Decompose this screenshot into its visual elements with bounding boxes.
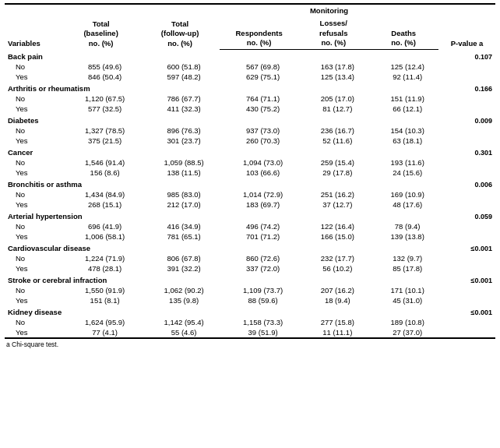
row-losses: 18 (9.4)	[298, 295, 368, 305]
row-pvalue	[438, 285, 495, 295]
row-losses: 205 (17.0)	[298, 93, 368, 104]
row-respondents: 430 (75.2)	[220, 104, 298, 114]
row-label: No	[5, 189, 62, 199]
group-pvalue: 0.107	[438, 50, 495, 62]
col-monitoring-header: Monitoring	[220, 4, 438, 17]
row-losses: 11 (11.1)	[298, 327, 368, 338]
group-name: Cancer	[5, 146, 438, 157]
row-total-baseline: 855 (49.6)	[62, 62, 140, 72]
row-total-followup: 301 (23.7)	[140, 136, 219, 146]
row-respondents: 183 (69.7)	[220, 199, 298, 210]
table-row: No 855 (49.6) 600 (51.8) 567 (69.8) 163 …	[5, 62, 495, 72]
row-deaths: 63 (18.1)	[368, 136, 438, 146]
row-pvalue	[438, 93, 495, 104]
row-label: No	[5, 221, 62, 231]
row-pvalue	[438, 72, 495, 82]
table-row: Yes 156 (8.6) 138 (11.5) 103 (66.6) 29 (…	[5, 168, 495, 178]
table-row: Yes 375 (21.5) 301 (23.7) 260 (70.3) 52 …	[5, 136, 495, 146]
row-losses: 163 (17.8)	[298, 62, 368, 72]
group-header: Back pain 0.107	[5, 50, 495, 62]
row-deaths: 78 (9.4)	[368, 221, 438, 231]
table-row: Yes 478 (28.1) 391 (32.2) 337 (72.0) 56 …	[5, 263, 495, 273]
row-respondents: 496 (74.2)	[220, 221, 298, 231]
row-losses: 56 (10.2)	[298, 263, 368, 273]
group-name: Back pain	[5, 50, 438, 62]
col-pvalue-header: P-value a	[438, 4, 495, 50]
main-table: Variables Total (baseline) no. (%) Total…	[5, 3, 495, 339]
row-total-followup: 806 (67.8)	[140, 253, 219, 263]
row-pvalue	[438, 327, 495, 338]
row-label: Yes	[5, 104, 62, 114]
table-row: No 696 (41.9) 416 (34.9) 496 (74.2) 122 …	[5, 221, 495, 231]
row-label: Yes	[5, 327, 62, 338]
row-label: No	[5, 285, 62, 295]
col-respondents: Respondents no. (%)	[220, 17, 298, 50]
row-deaths: 125 (12.4)	[368, 62, 438, 72]
row-total-baseline: 696 (41.9)	[62, 221, 140, 231]
group-pvalue: ≤0.001	[438, 305, 495, 317]
row-pvalue	[438, 168, 495, 178]
row-label: Yes	[5, 295, 62, 305]
row-pvalue	[438, 157, 495, 168]
row-deaths: 193 (11.6)	[368, 157, 438, 168]
group-pvalue: ≤0.001	[438, 242, 495, 253]
row-total-baseline: 478 (28.1)	[62, 263, 140, 273]
row-label: No	[5, 317, 62, 327]
group-header: Arterial hypertension 0.059	[5, 210, 495, 221]
group-header: Kidney disease ≤0.001	[5, 305, 495, 317]
row-label: No	[5, 157, 62, 168]
group-pvalue: 0.006	[438, 178, 495, 189]
row-total-baseline: 577 (32.5)	[62, 104, 140, 114]
row-losses: 52 (11.6)	[298, 136, 368, 146]
col-deaths: Deaths no. (%)	[368, 17, 438, 50]
row-losses: 207 (16.2)	[298, 285, 368, 295]
row-deaths: 154 (10.3)	[368, 125, 438, 136]
group-header: Stroke or cerebral infraction ≤0.001	[5, 273, 495, 285]
group-header: Cardiovascular disease ≤0.001	[5, 242, 495, 253]
row-respondents: 1,109 (73.7)	[220, 285, 298, 295]
group-name: Arterial hypertension	[5, 210, 438, 221]
row-label: No	[5, 62, 62, 72]
row-label: Yes	[5, 231, 62, 242]
table-row: Yes 268 (15.1) 212 (17.0) 183 (69.7) 37 …	[5, 199, 495, 210]
row-total-baseline: 151 (8.1)	[62, 295, 140, 305]
row-pvalue	[438, 189, 495, 199]
row-respondents: 1,158 (73.3)	[220, 317, 298, 327]
row-losses: 81 (12.7)	[298, 104, 368, 114]
row-respondents: 1,014 (72.9)	[220, 189, 298, 199]
row-deaths: 139 (13.8)	[368, 231, 438, 242]
row-total-baseline: 77 (4.1)	[62, 327, 140, 338]
row-label: No	[5, 253, 62, 263]
group-pvalue: 0.301	[438, 146, 495, 157]
row-respondents: 39 (51.9)	[220, 327, 298, 338]
row-total-followup: 786 (67.7)	[140, 93, 219, 104]
row-total-followup: 212 (17.0)	[140, 199, 219, 210]
row-losses: 166 (15.0)	[298, 231, 368, 242]
row-deaths: 92 (11.4)	[368, 72, 438, 82]
row-deaths: 24 (15.6)	[368, 168, 438, 178]
table-body: Back pain 0.107 No 855 (49.6) 600 (51.8)…	[5, 50, 495, 339]
col-total-baseline: Total (baseline) no. (%)	[62, 4, 140, 50]
row-label: Yes	[5, 199, 62, 210]
row-deaths: 45 (31.0)	[368, 295, 438, 305]
table-row: No 1,624 (95.9) 1,142 (95.4) 1,158 (73.3…	[5, 317, 495, 327]
row-total-baseline: 1,224 (71.9)	[62, 253, 140, 263]
row-respondents: 103 (66.6)	[220, 168, 298, 178]
table-row: Yes 846 (50.4) 597 (48.2) 629 (75.1) 125…	[5, 72, 495, 82]
row-respondents: 764 (71.1)	[220, 93, 298, 104]
row-label: Yes	[5, 72, 62, 82]
row-pvalue	[438, 199, 495, 210]
row-respondents: 88 (59.6)	[220, 295, 298, 305]
row-total-baseline: 846 (50.4)	[62, 72, 140, 82]
row-respondents: 860 (72.6)	[220, 253, 298, 263]
group-name: Arthritis or rheumatism	[5, 82, 438, 93]
row-pvalue	[438, 221, 495, 231]
row-deaths: 151 (11.9)	[368, 93, 438, 104]
row-total-baseline: 1,546 (91.4)	[62, 157, 140, 168]
row-total-baseline: 375 (21.5)	[62, 136, 140, 146]
table-row: No 1,224 (71.9) 806 (67.8) 860 (72.6) 23…	[5, 253, 495, 263]
table-row: No 1,550 (91.9) 1,062 (90.2) 1,109 (73.7…	[5, 285, 495, 295]
row-pvalue	[438, 231, 495, 242]
group-pvalue: 0.009	[438, 114, 495, 125]
row-pvalue	[438, 104, 495, 114]
